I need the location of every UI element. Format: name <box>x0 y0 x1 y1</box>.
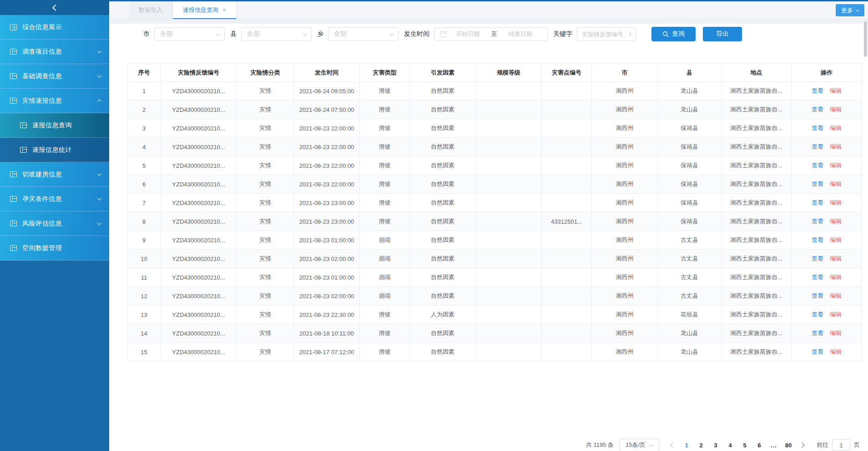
edit-link[interactable]: 编辑 <box>830 87 842 94</box>
tab-bar: 数据导入速报信息查询× 更多 <box>109 1 868 19</box>
city-label: 市 <box>143 30 150 38</box>
edit-link[interactable]: 编辑 <box>830 199 842 206</box>
table-cell <box>476 324 542 343</box>
view-link[interactable]: 查看 <box>812 236 823 243</box>
export-button[interactable]: 导出 <box>703 27 742 41</box>
view-link[interactable]: 查看 <box>812 348 823 355</box>
sidebar-item[interactable]: 综合信息展示 <box>0 15 109 40</box>
search-button[interactable]: 查询 <box>651 27 696 41</box>
page-number[interactable]: 1 <box>682 442 691 449</box>
edit-link[interactable]: 编辑 <box>830 218 842 225</box>
view-link[interactable]: 查看 <box>812 125 823 131</box>
table-cell: 15 <box>128 343 161 361</box>
table-cell: 2021-08-18 10:11:00 <box>294 324 360 343</box>
view-link[interactable]: 查看 <box>812 87 823 94</box>
view-link[interactable]: 查看 <box>812 274 823 281</box>
column-header: 灾险情分类 <box>237 64 294 82</box>
view-link[interactable]: 查看 <box>812 255 823 262</box>
page-number[interactable]: 5 <box>740 442 749 449</box>
table-cell: 湘西土家族苗族自... <box>722 194 792 212</box>
sidebar-item[interactable]: 切坡建房信息 <box>0 162 109 187</box>
page-size-value: 15条/页 <box>626 441 646 449</box>
column-header: 市 <box>592 64 658 82</box>
city-select[interactable]: 全部 <box>154 27 225 41</box>
table-cell: 灾情 <box>237 194 294 212</box>
page-number[interactable]: 80 <box>784 442 793 449</box>
edit-link[interactable]: 编辑 <box>830 255 842 262</box>
sidebar-item[interactable]: 速报信息统计 <box>0 138 109 162</box>
table-cell: 2021-08-23 01:00:00 <box>294 268 360 287</box>
next-page-button[interactable] <box>799 442 804 447</box>
table-cell: 2021-08-23 01:00:00 <box>294 231 360 250</box>
sidebar-item[interactable]: 调查项目信息 <box>0 40 109 64</box>
page-number[interactable]: 4 <box>726 442 735 449</box>
table-cell: 滑坡 <box>360 343 410 361</box>
sidebar-item-label: 速报信息统计 <box>32 146 101 154</box>
edit-link[interactable]: 编辑 <box>830 162 842 169</box>
page-size-select[interactable]: 15条/页 <box>619 439 659 451</box>
edit-link[interactable]: 编辑 <box>830 292 842 299</box>
operation-cell: 查看编辑 <box>792 138 862 156</box>
county-select[interactable]: 全部 <box>241 27 312 41</box>
town-select[interactable]: 全部 <box>328 27 399 41</box>
content-panel: 市 全部 县 全部 乡 全部 发生时间 开始日期 <box>109 27 868 451</box>
page-number[interactable]: 2 <box>696 442 706 449</box>
view-link[interactable]: 查看 <box>812 199 823 206</box>
table-cell: 自然因素 <box>410 194 476 212</box>
edit-link[interactable]: 编辑 <box>830 330 842 336</box>
edit-link[interactable]: 编辑 <box>830 106 842 113</box>
view-link[interactable]: 查看 <box>812 162 823 169</box>
vertical-scrollbar-thumb[interactable] <box>864 21 867 57</box>
page-number[interactable]: 6 <box>755 442 764 449</box>
sidebar-item[interactable]: 速报信息查询 <box>0 113 109 138</box>
view-link[interactable]: 查看 <box>812 311 823 318</box>
table-cell <box>476 82 542 100</box>
keyword-input[interactable] <box>577 27 636 41</box>
table-cell: 灾情 <box>237 100 294 119</box>
prev-page-button[interactable] <box>670 442 675 447</box>
sidebar-item[interactable]: 空间数据管理 <box>0 236 109 261</box>
sidebar-item[interactable]: 基础调查信息 <box>0 64 109 89</box>
table-cell: YZD43000020210... <box>161 119 237 138</box>
table-row: 12YZD43000020210...灾情2021-08-23 02:00:00… <box>128 287 862 306</box>
date-range-picker[interactable]: 开始日期 至 结束日期 <box>434 27 548 41</box>
edit-link[interactable]: 编辑 <box>830 274 842 281</box>
table-cell: YZD43000020210... <box>161 231 237 250</box>
view-link[interactable]: 查看 <box>812 218 823 225</box>
table-cell <box>476 175 542 194</box>
edit-link[interactable]: 编辑 <box>830 311 842 318</box>
table-cell: 滑坡 <box>360 100 410 119</box>
table-cell: 灾情 <box>237 138 294 156</box>
goto-page-input[interactable] <box>832 439 850 451</box>
chevron-down-icon <box>97 196 102 200</box>
table-row: 8YZD43000020210...灾情2021-08-23 23:00:00滑… <box>128 212 862 231</box>
edit-link[interactable]: 编辑 <box>830 180 842 187</box>
sidebar-item[interactable]: 风险评估信息 <box>0 211 109 236</box>
page-number[interactable]: 3 <box>711 442 720 449</box>
more-button[interactable]: 更多 <box>836 4 864 16</box>
view-link[interactable]: 查看 <box>812 106 823 113</box>
view-link[interactable]: 查看 <box>812 330 823 336</box>
view-link[interactable]: 查看 <box>812 180 823 187</box>
operation-cell: 查看编辑 <box>792 194 862 212</box>
edit-link[interactable]: 编辑 <box>830 236 842 243</box>
table-cell <box>542 231 592 250</box>
sidebar-item[interactable]: 孕灾条件信息 <box>0 187 109 211</box>
edit-link[interactable]: 编辑 <box>830 348 842 355</box>
table-cell <box>476 306 542 324</box>
table-cell: 43312501... <box>542 212 592 231</box>
sidebar-item[interactable]: 灾情速报信息 <box>0 89 109 113</box>
table-cell: 湘西州 <box>592 306 658 324</box>
chevron-down-icon <box>303 31 308 36</box>
table-cell: 2021-08-23 23:00:00 <box>294 194 360 212</box>
table-cell <box>542 156 592 175</box>
tab-inactive[interactable]: 数据导入 <box>129 1 173 19</box>
edit-link[interactable]: 编辑 <box>830 143 842 150</box>
edit-link[interactable]: 编辑 <box>830 125 842 131</box>
view-link[interactable]: 查看 <box>812 292 823 299</box>
sidebar-collapse-button[interactable] <box>0 0 109 15</box>
tab-active[interactable]: 速报信息查询× <box>173 1 237 19</box>
table-cell <box>542 250 592 268</box>
view-link[interactable]: 查看 <box>812 143 823 150</box>
close-icon[interactable]: × <box>222 7 226 13</box>
